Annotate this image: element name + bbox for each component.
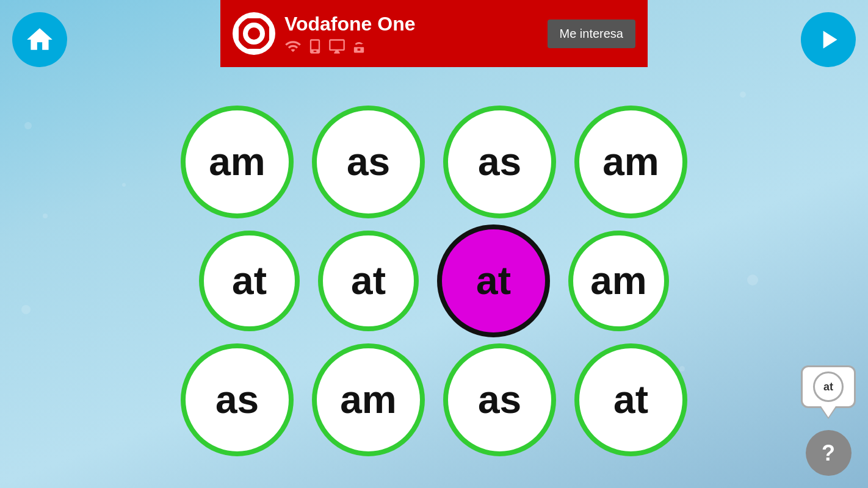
- circle-as-4[interactable]: as: [443, 343, 556, 456]
- circle-am-4[interactable]: am: [312, 343, 425, 456]
- circle-am-1[interactable]: am: [181, 106, 294, 218]
- svg-point-1: [248, 27, 260, 40]
- circle-at-2[interactable]: at: [318, 231, 419, 331]
- circle-as-1[interactable]: as: [312, 106, 425, 218]
- question-mark: ?: [822, 440, 835, 466]
- circle-at-1[interactable]: at: [199, 231, 300, 331]
- ad-icons: [284, 38, 538, 55]
- circle-at-3[interactable]: at: [574, 343, 687, 456]
- circle-at-magenta[interactable]: at: [437, 224, 550, 337]
- bubble-circle: at: [813, 371, 844, 402]
- word-grid: am as as am at at at am as am as at: [0, 73, 868, 488]
- ad-logo: [233, 12, 275, 55]
- home-icon: [24, 24, 55, 55]
- ad-text-block: Vodafone One: [284, 13, 538, 55]
- home-button[interactable]: [12, 12, 67, 67]
- help-section: at ?: [801, 365, 856, 476]
- next-button[interactable]: [801, 12, 856, 67]
- circle-am-2[interactable]: am: [574, 106, 687, 218]
- speech-bubble: at: [801, 365, 856, 408]
- circle-am-3[interactable]: am: [568, 231, 669, 331]
- next-icon: [813, 24, 844, 55]
- speech-bubble-container: at: [801, 365, 856, 408]
- grid-row-3: as am as at: [181, 343, 687, 456]
- help-button[interactable]: ?: [806, 430, 852, 476]
- ad-button[interactable]: Me interesa: [548, 20, 636, 48]
- grid-row-2: at at at am: [199, 224, 669, 337]
- ad-title: Vodafone One: [284, 13, 538, 35]
- circle-as-2[interactable]: as: [443, 106, 556, 218]
- ad-banner: Vodafone One Me interesa: [220, 0, 648, 67]
- bubble-word: at: [823, 381, 833, 393]
- circle-as-3[interactable]: as: [181, 343, 294, 456]
- grid-row-1: am as as am: [181, 106, 687, 218]
